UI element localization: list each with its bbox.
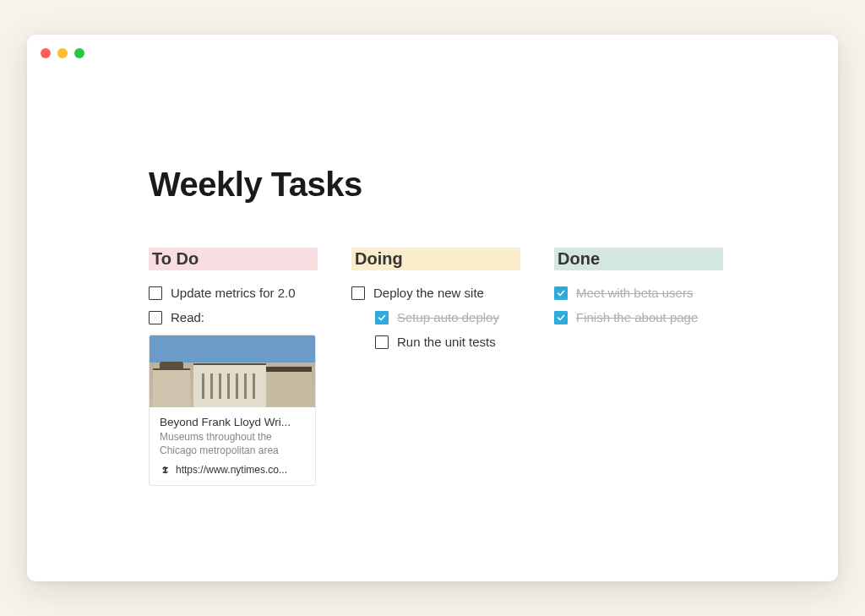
checkbox-icon[interactable] — [351, 286, 365, 300]
task-label: Finish the about page — [576, 310, 698, 324]
checkbox-icon[interactable] — [149, 286, 162, 300]
task-row[interactable]: Finish the about page — [554, 310, 723, 324]
task-row[interactable]: Read: — [149, 310, 318, 324]
close-window-button[interactable] — [41, 48, 51, 58]
checkbox-icon[interactable] — [375, 335, 389, 349]
column-header-todo: To Do — [149, 248, 318, 270]
column-done: Done Meet with beta users Finish the abo… — [554, 248, 723, 486]
app-window: Weekly Tasks To Do Update metrics for 2.… — [27, 35, 838, 581]
task-label: Setup auto deploy — [397, 310, 499, 324]
minimize-window-button[interactable] — [57, 48, 68, 58]
task-label: Update metrics for 2.0 — [171, 286, 296, 300]
bookmark-card[interactable]: Beyond Frank Lloyd Wri... Museums throug… — [149, 335, 316, 486]
window-controls — [41, 48, 84, 58]
checkbox-checked-icon[interactable] — [554, 311, 568, 324]
task-label: Meet with beta users — [576, 286, 693, 300]
bookmark-url-row: 𝕿 https://www.nytimes.co... — [160, 464, 305, 476]
page-title: Weekly Tasks — [149, 166, 838, 204]
nyt-icon: 𝕿 — [160, 465, 171, 476]
maximize-window-button[interactable] — [74, 48, 84, 58]
checkbox-checked-icon[interactable] — [375, 311, 389, 324]
task-row[interactable]: Setup auto deploy — [351, 310, 520, 324]
column-todo: To Do Update metrics for 2.0 Read: — [149, 248, 318, 486]
checkbox-icon[interactable] — [149, 311, 162, 324]
checkbox-checked-icon[interactable] — [554, 286, 568, 300]
task-row[interactable]: Run the unit tests — [351, 335, 520, 349]
column-header-doing: Doing — [351, 248, 520, 270]
task-row[interactable]: Update metrics for 2.0 — [149, 286, 318, 300]
column-header-done: Done — [554, 248, 723, 270]
bookmark-title: Beyond Frank Lloyd Wri... — [160, 416, 305, 428]
kanban-columns: To Do Update metrics for 2.0 Read: — [149, 248, 838, 486]
page-content: Weekly Tasks To Do Update metrics for 2.… — [27, 35, 838, 486]
task-label: Read: — [171, 310, 204, 324]
task-label: Run the unit tests — [397, 335, 496, 349]
bookmark-description: Museums throughout the Chicago metropoli… — [160, 430, 305, 457]
task-row[interactable]: Meet with beta users — [554, 286, 723, 300]
bookmark-url: https://www.nytimes.co... — [176, 464, 287, 476]
bookmark-body: Beyond Frank Lloyd Wri... Museums throug… — [150, 407, 315, 485]
bookmark-image — [150, 335, 315, 407]
task-row[interactable]: Deploy the new site — [351, 286, 520, 300]
column-doing: Doing Deploy the new site Setup auto dep… — [351, 248, 520, 486]
task-label: Deploy the new site — [373, 286, 484, 300]
